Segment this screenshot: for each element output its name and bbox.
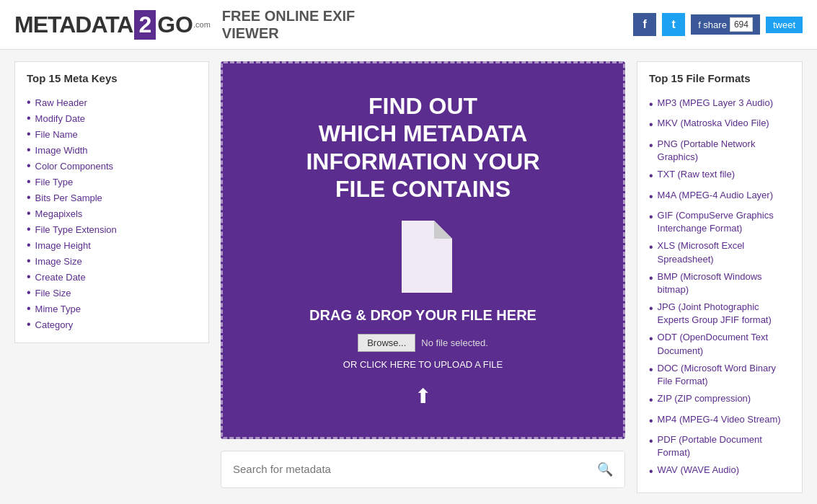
meta-key-link[interactable]: File Name bbox=[35, 129, 78, 140]
file-format-item[interactable]: TXT (Raw text file) bbox=[649, 166, 790, 186]
meta-key-item[interactable]: Category bbox=[27, 317, 197, 332]
file-format-item[interactable]: M4A (MPEG-4 Audio Layer) bbox=[649, 187, 790, 207]
meta-key-link[interactable]: Bits Per Sample bbox=[35, 193, 102, 203]
meta-key-item[interactable]: File Type bbox=[27, 174, 197, 190]
file-format-link[interactable]: MP3 (MPEG Layer 3 Audio) bbox=[658, 97, 773, 110]
meta-key-item[interactable]: Megapixels bbox=[27, 205, 197, 221]
file-format-item[interactable]: PDF (Portable Document Format) bbox=[649, 431, 790, 461]
meta-key-link[interactable]: Megapixels bbox=[35, 208, 83, 219]
dropzone[interactable]: FIND OUT WHICH METADATA INFORMATION YOUR… bbox=[221, 61, 625, 439]
meta-key-link[interactable]: File Type Extension bbox=[35, 224, 117, 235]
center-content: FIND OUT WHICH METADATA INFORMATION YOUR… bbox=[221, 61, 625, 493]
meta-key-item[interactable]: Modify Date bbox=[27, 110, 197, 126]
meta-key-item[interactable]: Color Components bbox=[27, 158, 197, 174]
meta-key-item[interactable]: Bits Per Sample bbox=[27, 190, 197, 205]
file-format-link[interactable]: XLS (Microsoft Excel Spreadsheet) bbox=[658, 239, 790, 265]
dropzone-title-line2: WHICH METADATA bbox=[306, 120, 539, 147]
browse-button[interactable]: Browse... bbox=[358, 334, 415, 352]
dropzone-title-line4: FILE CONTAINS bbox=[306, 175, 539, 203]
file-format-link[interactable]: ODT (OpenDocument Text Document) bbox=[658, 331, 790, 357]
meta-key-item[interactable]: File Name bbox=[27, 126, 197, 142]
file-format-item[interactable]: ODT (OpenDocument Text Document) bbox=[649, 329, 790, 359]
fb-share-count: 694 bbox=[730, 17, 753, 32]
file-format-link[interactable]: M4A (MPEG-4 Audio Layer) bbox=[658, 189, 773, 202]
drag-drop-label: DRAG & DROP YOUR FILE HERE bbox=[309, 307, 536, 324]
header: METADATA 2 GO .com FREE ONLINE EXIF VIEW… bbox=[0, 0, 817, 50]
file-format-item[interactable]: ZIP (ZIP compression) bbox=[649, 390, 790, 410]
twitter-tweet-button[interactable]: tweet bbox=[766, 17, 803, 33]
meta-key-link[interactable]: Color Components bbox=[35, 161, 113, 172]
file-format-item[interactable]: BMP (Microsoft Windows bitmap) bbox=[649, 268, 790, 299]
logo: METADATA 2 GO .com bbox=[14, 10, 211, 40]
meta-key-link[interactable]: Image Height bbox=[35, 240, 91, 251]
meta-key-link[interactable]: File Size bbox=[35, 288, 71, 299]
file-format-link[interactable]: TXT (Raw text file) bbox=[658, 168, 735, 181]
file-format-link[interactable]: PNG (Portable Network Graphics) bbox=[658, 138, 790, 164]
meta-key-link[interactable]: Create Date bbox=[35, 272, 86, 283]
header-right: f t f share 694 tweet bbox=[633, 13, 803, 36]
meta-key-item[interactable]: Image Height bbox=[27, 237, 197, 253]
file-formats-box: Top 15 File Formats MP3 (MPEG Layer 3 Au… bbox=[637, 61, 803, 493]
file-format-item[interactable]: JPG (Joint Photographic Experts Group JF… bbox=[649, 299, 790, 329]
file-formats-list: MP3 (MPEG Layer 3 Audio)MKV (Matroska Vi… bbox=[649, 94, 790, 482]
site-title: FREE ONLINE EXIF VIEWER bbox=[222, 7, 355, 42]
dropzone-title-line1: FIND OUT bbox=[306, 92, 539, 120]
file-format-link[interactable]: MKV (Matroska Video File) bbox=[658, 117, 769, 130]
sidebar-left: Top 15 Meta Keys Raw HeaderModify DateFi… bbox=[14, 61, 209, 493]
site-title-line2: VIEWER bbox=[222, 25, 355, 42]
meta-key-link[interactable]: Modify Date bbox=[35, 113, 85, 124]
file-format-link[interactable]: MP4 (MPEG-4 Video Stream) bbox=[658, 413, 781, 426]
file-format-item[interactable]: MKV (Matroska Video File) bbox=[649, 115, 790, 135]
file-format-item[interactable]: PNG (Portable Network Graphics) bbox=[649, 136, 790, 166]
upload-icon: ⬆ bbox=[415, 384, 431, 408]
search-button[interactable]: 🔍 bbox=[586, 451, 624, 487]
dropzone-title: FIND OUT WHICH METADATA INFORMATION YOUR… bbox=[306, 92, 539, 203]
meta-key-link[interactable]: Raw Header bbox=[35, 97, 87, 108]
dropzone-title-line3: INFORMATION YOUR bbox=[306, 148, 539, 175]
file-icon bbox=[394, 221, 452, 293]
browse-row: Browse... No file selected. bbox=[358, 334, 488, 352]
file-format-link[interactable]: BMP (Microsoft Windows bitmap) bbox=[658, 270, 790, 296]
meta-key-item[interactable]: Raw Header bbox=[27, 94, 197, 110]
twitter-icon[interactable]: t bbox=[662, 13, 685, 36]
meta-key-item[interactable]: File Size bbox=[27, 285, 197, 301]
meta-key-item[interactable]: File Type Extension bbox=[27, 221, 197, 237]
meta-key-link[interactable]: File Type bbox=[35, 177, 74, 187]
file-format-link[interactable]: ZIP (ZIP compression) bbox=[658, 392, 751, 405]
search-input[interactable] bbox=[221, 453, 586, 485]
file-format-item[interactable]: DOC (Microsoft Word Binary File Format) bbox=[649, 360, 790, 390]
meta-keys-list: Raw HeaderModify DateFile NameImage Widt… bbox=[27, 94, 197, 332]
file-format-item[interactable]: XLS (Microsoft Excel Spreadsheet) bbox=[649, 237, 790, 268]
site-title-line1: FREE ONLINE EXIF bbox=[222, 7, 355, 25]
meta-key-link[interactable]: Image Width bbox=[35, 145, 88, 156]
file-format-link[interactable]: DOC (Microsoft Word Binary File Format) bbox=[658, 362, 790, 388]
facebook-icon[interactable]: f bbox=[633, 13, 656, 36]
meta-key-link[interactable]: Category bbox=[35, 319, 74, 330]
file-format-link[interactable]: WAV (WAVE Audio) bbox=[658, 464, 739, 477]
fb-share-label: f share bbox=[698, 19, 727, 30]
header-left: METADATA 2 GO .com FREE ONLINE EXIF VIEW… bbox=[14, 7, 355, 42]
meta-key-item[interactable]: Create Date bbox=[27, 269, 197, 285]
file-format-link[interactable]: JPG (Joint Photographic Experts Group JF… bbox=[658, 301, 790, 327]
file-format-item[interactable]: MP3 (MPEG Layer 3 Audio) bbox=[649, 94, 790, 115]
file-format-link[interactable]: PDF (Portable Document Format) bbox=[658, 433, 790, 459]
facebook-share-button[interactable]: f share 694 bbox=[691, 14, 760, 35]
file-format-item[interactable]: WAV (WAVE Audio) bbox=[649, 461, 790, 482]
file-format-item[interactable]: MP4 (MPEG-4 Video Stream) bbox=[649, 411, 790, 431]
tw-tweet-label: tweet bbox=[773, 19, 795, 30]
meta-key-item[interactable]: Image Size bbox=[27, 253, 197, 269]
logo-2: 2 bbox=[134, 10, 156, 40]
meta-key-item[interactable]: Image Width bbox=[27, 142, 197, 158]
main-content: Top 15 Meta Keys Raw HeaderModify DateFi… bbox=[0, 50, 817, 504]
meta-key-item[interactable]: Mime Type bbox=[27, 301, 197, 317]
sidebar-right: Top 15 File Formats MP3 (MPEG Layer 3 Au… bbox=[637, 61, 803, 493]
file-format-item[interactable]: GIF (CompuServe Graphics Interchange For… bbox=[649, 207, 790, 237]
upload-link[interactable]: OR CLICK HERE TO UPLOAD A FILE bbox=[343, 359, 503, 370]
meta-keys-box: Top 15 Meta Keys Raw HeaderModify DateFi… bbox=[14, 61, 209, 343]
search-bar: 🔍 bbox=[221, 451, 625, 488]
meta-key-link[interactable]: Mime Type bbox=[35, 304, 81, 314]
logo-meta: METADATA bbox=[14, 12, 133, 38]
file-format-link[interactable]: GIF (CompuServe Graphics Interchange For… bbox=[658, 209, 790, 235]
meta-key-link[interactable]: Image Size bbox=[35, 256, 82, 267]
meta-keys-title: Top 15 Meta Keys bbox=[27, 72, 197, 84]
